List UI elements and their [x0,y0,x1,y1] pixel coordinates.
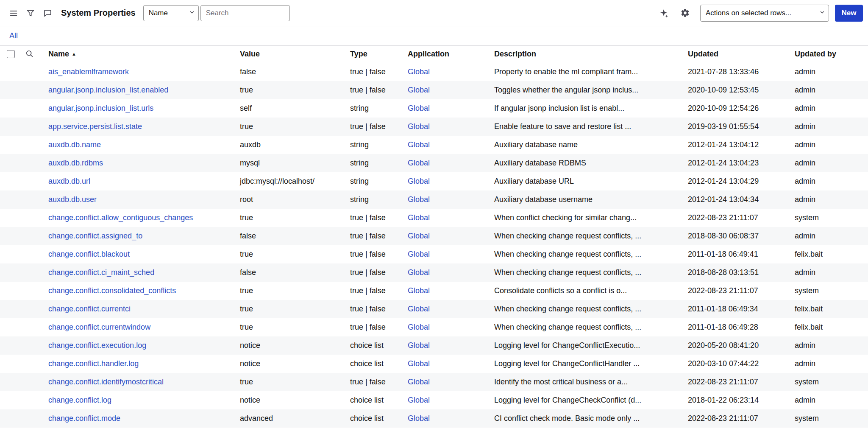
property-name-link[interactable]: change.conflict.assigned_to [48,232,142,240]
application-link[interactable]: Global [408,359,430,368]
search-icon [25,49,34,59]
property-name-link[interactable]: auxdb.db.url [48,177,90,185]
table-row: change.conflict.assigned_to false true |… [0,227,868,245]
row-gutter-cell [19,136,37,154]
search-field-select-value: Name [149,9,168,17]
property-value-cell: false [229,263,339,282]
application-link[interactable]: Global [408,159,430,167]
application-link[interactable]: Global [408,86,430,94]
application-link[interactable]: Global [408,140,430,149]
application-link[interactable]: Global [408,250,430,258]
application-link[interactable]: Global [408,177,430,185]
application-link[interactable]: Global [408,268,430,277]
property-name-link[interactable]: change.conflict.log [48,396,111,404]
property-application-cell: Global [397,99,483,118]
property-name-cell: change.conflict.currentwindow [37,318,229,336]
row-select-cell [0,172,19,190]
property-value-cell: jdbc:mysql://localhost/ [229,172,339,190]
property-updated-by-cell: system [784,282,868,300]
application-link[interactable]: Global [408,104,430,112]
property-application-cell: Global [397,172,483,190]
property-name-link[interactable]: change.conflict.execution.log [48,341,146,350]
property-type-cell: string [339,136,397,154]
property-value-cell: notice [229,336,339,355]
property-name-link[interactable]: change.conflict.blackout [48,250,130,258]
property-name-link[interactable]: auxdb.db.rdbms [48,159,103,167]
column-header-name[interactable]: Name▲ [37,46,229,63]
application-link[interactable]: Global [408,286,430,295]
hamburger-menu-button[interactable] [5,5,22,22]
application-link[interactable]: Global [408,122,430,131]
application-link[interactable]: Global [408,414,430,423]
row-select-cell [0,245,19,263]
column-header-application[interactable]: Application [397,46,483,63]
column-header-description[interactable]: Description [483,46,677,63]
property-updated-by-cell: admin [784,263,868,282]
row-gutter-cell [19,300,37,318]
property-name-link[interactable]: change.conflict.allow_contiguous_changes [48,213,193,222]
table-row: angular.jsonp.inclusion_list.urls self s… [0,99,868,118]
property-name-link[interactable]: auxdb.db.user [48,195,97,204]
property-name-link[interactable]: auxdb.db.name [48,140,101,149]
row-select-cell [0,336,19,355]
property-updated-cell: 2012-01-24 13:04:34 [677,190,784,209]
property-updated-by-cell: admin [784,355,868,373]
application-link[interactable]: Global [408,378,430,386]
property-value-cell: true [229,318,339,336]
search-input[interactable] [200,5,290,21]
new-button[interactable]: New [835,5,863,22]
application-link[interactable]: Global [408,213,430,222]
application-link[interactable]: Global [408,323,430,331]
row-gutter-cell [19,245,37,263]
breadcrumb-all-link[interactable]: All [9,31,18,40]
property-value-cell: true [229,282,339,300]
table-row: change.conflict.blackout true true | fal… [0,245,868,263]
row-gutter-cell [19,154,37,172]
column-header-value[interactable]: Value [229,46,339,63]
actions-dropdown[interactable]: Actions on selected rows... [700,5,829,22]
settings-button[interactable] [676,5,693,22]
column-header-type[interactable]: Type [339,46,397,63]
table-row: change.conflict.execution.log notice cho… [0,336,868,355]
property-name-link[interactable]: change.conflict.ci_maint_sched [48,268,154,277]
table-row: auxdb.db.rdbms mysql string Global Auxil… [0,154,868,172]
property-name-link[interactable]: change.conflict.currentci [48,305,131,313]
property-updated-cell: 2012-01-24 13:04:23 [677,154,784,172]
property-name-cell: change.conflict.blackout [37,245,229,263]
property-application-cell: Global [397,209,483,227]
property-name-link[interactable]: app.service.persist.list.state [48,122,142,131]
chat-button[interactable] [39,5,56,22]
column-search-toggle[interactable] [23,48,36,61]
property-description-cell: Toggles whether the angular jsonp inclus… [483,81,677,99]
ai-sparkle-button[interactable] [655,5,672,22]
column-search-cell [19,46,37,63]
property-name-link[interactable]: change.conflict.currentwindow [48,323,150,331]
row-select-cell [0,227,19,245]
property-name-link[interactable]: angular.jsonp.inclusion_list.enabled [48,86,168,94]
application-link[interactable]: Global [408,232,430,240]
property-name-link[interactable]: change.conflict.mode [48,414,120,423]
search-field-select[interactable]: Name [143,5,199,21]
row-gutter-cell [19,81,37,99]
property-name-link[interactable]: ais_enablemlframework [48,67,129,76]
application-link[interactable]: Global [408,195,430,204]
application-link[interactable]: Global [408,305,430,313]
property-name-link[interactable]: change.conflict.identifymostcritical [48,378,164,386]
application-link[interactable]: Global [408,341,430,350]
property-name-link[interactable]: change.conflict.handler.log [48,359,139,368]
application-link[interactable]: Global [408,67,430,76]
property-value-cell: true [229,373,339,391]
sparkle-icon [659,8,669,18]
property-type-cell: choice list [339,336,397,355]
property-name-link[interactable]: angular.jsonp.inclusion_list.urls [48,104,153,112]
select-all-checkbox[interactable] [7,50,15,58]
application-link[interactable]: Global [408,396,430,404]
column-header-updated-by[interactable]: Updated by [784,46,868,63]
property-application-cell: Global [397,409,483,428]
property-name-cell: change.conflict.mode [37,409,229,428]
filter-button[interactable] [22,5,39,22]
property-name-link[interactable]: change.conflict.consolidated_conflicts [48,286,176,295]
property-name-cell: change.conflict.ci_maint_sched [37,263,229,282]
column-header-updated[interactable]: Updated [677,46,784,63]
property-application-cell: Global [397,373,483,391]
